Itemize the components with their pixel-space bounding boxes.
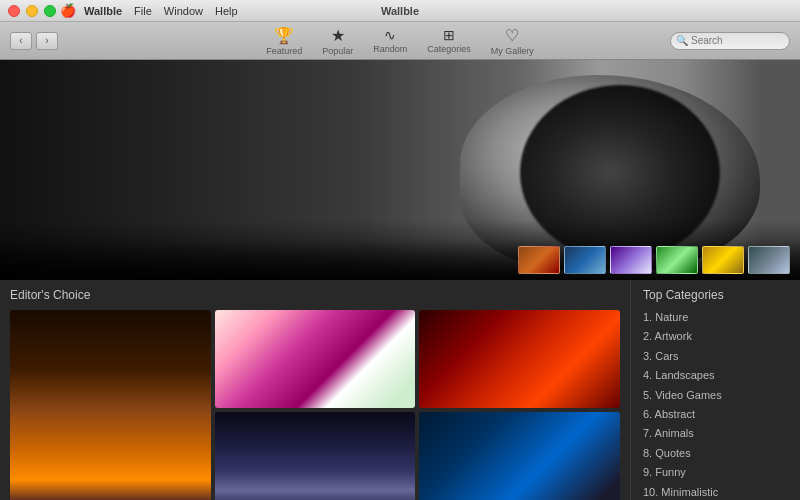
apple-logo[interactable]: 🍎 [60,3,76,18]
category-item-landscapes[interactable]: 4. Landscapes [643,366,788,385]
search-input[interactable] [670,32,790,50]
close-button[interactable] [8,5,20,17]
nav-random[interactable]: ∿ Random [373,27,407,54]
category-item-funny[interactable]: 9. Funny [643,463,788,482]
title-bar: 🍎 Wallble File Window Help Wallble [0,0,800,22]
file-menu[interactable]: File [134,5,152,17]
random-icon: ∿ [384,27,396,43]
gallery-item-sunset[interactable] [10,310,211,500]
window-menu[interactable]: Window [164,5,203,17]
category-item-video-games[interactable]: 5. Video Games [643,386,788,405]
gallery-grid [10,310,620,500]
top-categories-title: Top Categories [643,288,788,302]
thumb-3[interactable] [610,246,652,274]
trophy-icon: 🏆 [274,26,294,45]
category-item-cars[interactable]: 3. Cars [643,347,788,366]
category-item-nature[interactable]: 1. Nature [643,308,788,327]
help-menu[interactable]: Help [215,5,238,17]
gallery-item-blue-character[interactable] [419,412,620,500]
categories-icon: ⊞ [443,27,455,43]
back-button[interactable]: ‹ [10,32,32,50]
main-content: Editor's Choice Top Categories 1. Nature… [0,280,800,500]
window-title: Wallble [381,5,419,17]
categories-list: 1. Nature2. Artwork3. Cars4. Landscapes5… [643,308,788,500]
toolbar-nav: 🏆 Featured ★ Popular ∿ Random ⊞ Categori… [266,26,534,56]
hero-banner [0,60,800,280]
nav-my-gallery[interactable]: ♡ My Gallery [491,26,534,56]
gallery-item-dark-warrior[interactable] [419,310,620,408]
category-item-abstract[interactable]: 6. Abstract [643,405,788,424]
maximize-button[interactable] [44,5,56,17]
nav-featured[interactable]: 🏆 Featured [266,26,302,56]
popular-label: Popular [322,46,353,56]
gallery-item-portrait[interactable] [215,412,416,500]
wallble-menu[interactable]: Wallble [84,5,122,17]
random-label: Random [373,44,407,54]
category-item-minimalistic[interactable]: 10. Minimalistic [643,483,788,500]
thumbnail-strip [518,246,790,274]
app-menu: 🍎 Wallble File Window Help [60,3,238,18]
thumb-4[interactable] [656,246,698,274]
my-gallery-label: My Gallery [491,46,534,56]
category-item-quotes[interactable]: 8. Quotes [643,444,788,463]
hero-bottom-bar [0,240,800,280]
category-item-animals[interactable]: 7. Animals [643,424,788,443]
thumb-1[interactable] [518,246,560,274]
categories-section: Top Categories 1. Nature2. Artwork3. Car… [630,280,800,500]
gallery-item-anime[interactable] [215,310,416,408]
editors-choice-title: Editor's Choice [10,288,620,302]
search-icon: 🔍 [676,35,688,46]
minimize-button[interactable] [26,5,38,17]
toolbar: ‹ › 🏆 Featured ★ Popular ∿ Random ⊞ Cate… [0,22,800,60]
heart-icon: ♡ [505,26,519,45]
thumb-5[interactable] [702,246,744,274]
nav-buttons: ‹ › [10,32,58,50]
nav-popular[interactable]: ★ Popular [322,26,353,56]
traffic-lights [8,5,56,17]
gallery-section: Editor's Choice [0,280,630,500]
thumb-6[interactable] [748,246,790,274]
thumb-2[interactable] [564,246,606,274]
search-box: 🔍 [670,32,790,50]
forward-button[interactable]: › [36,32,58,50]
categories-label: Categories [427,44,471,54]
star-icon: ★ [331,26,345,45]
category-item-artwork[interactable]: 2. Artwork [643,327,788,346]
nav-categories[interactable]: ⊞ Categories [427,27,471,54]
featured-label: Featured [266,46,302,56]
